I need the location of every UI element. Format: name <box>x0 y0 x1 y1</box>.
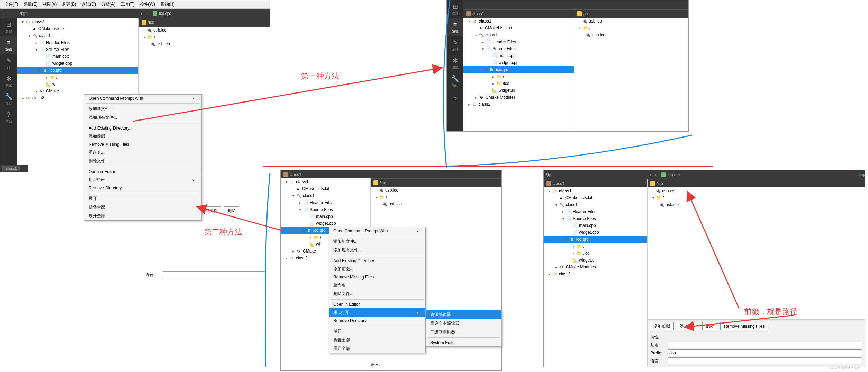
menu-widgets[interactable]: 控件(W) <box>137 1 157 8</box>
tree-slash-ico[interactable]: ▸📁/ico <box>463 80 574 87</box>
res-usb-ico[interactable]: 🔌usb.ico <box>371 187 501 194</box>
menu-tools[interactable]: 工具(T) <box>118 1 137 8</box>
cm2-expand[interactable]: 展开 <box>329 327 425 336</box>
tree-widget-cpp[interactable]: 📄widget.cpp <box>17 60 138 67</box>
cm-add-prefix[interactable]: 添加前缀... <box>84 132 201 141</box>
cm2-open-cmd[interactable]: Open Command Prompt With▸ <box>329 227 425 235</box>
cm2-collapse-all[interactable]: 折叠全部 <box>329 336 425 344</box>
sidebar-welcome[interactable]: ⊞欢迎 <box>447 0 463 18</box>
tree-class1-sub[interactable]: ▾🔨class1 <box>17 32 138 39</box>
sidebar-edit[interactable]: ≡编辑 <box>447 18 463 36</box>
prefix-input[interactable] <box>668 349 862 356</box>
tree-slash[interactable]: ▸📁/ <box>544 243 647 250</box>
sidebar-debug[interactable]: ✱调试 <box>0 72 17 90</box>
tree-ico-qrc[interactable]: ▾🗎ico.qrc <box>463 66 574 73</box>
sidebar-help[interactable]: ?帮助 <box>0 108 17 126</box>
crumb-class1[interactable]: class1 <box>281 171 304 178</box>
cm2-add-dir[interactable]: Add Existing Directory... <box>329 257 425 265</box>
sm-system-editor[interactable]: System Editor <box>426 339 501 346</box>
tree-ico-qrc[interactable]: ▾🗎ico.qrc <box>544 236 647 243</box>
lang-input[interactable] <box>163 271 266 278</box>
cm-add-existing[interactable]: 添加现有文件... <box>84 113 201 122</box>
sidebar-project[interactable]: 🔧项目 <box>447 72 463 90</box>
btn-add-file-partial[interactable]: 加文件 <box>201 206 221 215</box>
tree-cmakelists[interactable]: ▲CMakeLists.txt <box>463 25 574 32</box>
tree-class2[interactable]: ▸🗂class2 <box>544 271 647 277</box>
tree-class1-sub[interactable]: ▾🔨class1 <box>463 32 574 38</box>
tree-slash-ico[interactable]: ▸📁/ico <box>544 250 647 257</box>
crumb-ico[interactable]: /ico <box>139 19 157 26</box>
tree-cmakelists[interactable]: ▲CMakeLists.txt <box>17 25 138 32</box>
tree-sources[interactable]: ▾📄Source Files <box>463 45 574 52</box>
menu-view[interactable]: 视图(V) <box>40 1 60 8</box>
tree-ico-qrc[interactable]: ▾🗎ico.qrc <box>17 67 138 74</box>
sidebar-edit[interactable]: ≡编辑 <box>0 36 17 54</box>
cm2-open-with[interactable]: 用...打开▸ <box>329 308 425 317</box>
res-usb-ico[interactable]: 🔌usb.ico <box>574 18 688 25</box>
cm2-remove-missing[interactable]: Remove Missing Files <box>329 273 425 281</box>
cm2-rename[interactable]: 重命名... <box>329 281 425 290</box>
res-usb-ico2[interactable]: 🔌usb.ico <box>574 32 688 38</box>
sm-text-editor[interactable]: 普通文本编辑器 <box>426 319 501 328</box>
cm-open-editor[interactable]: Open in Editor <box>84 168 201 176</box>
tree-sources[interactable]: ▾📄Source Files <box>544 215 647 222</box>
cm2-open-editor[interactable]: Open in Editor <box>329 301 425 308</box>
tree-headers[interactable]: ▸📄Header Files <box>17 39 138 46</box>
res-usb-ico[interactable]: 🔌usb.ico <box>648 187 865 194</box>
cm-expand[interactable]: 展开 <box>84 194 201 203</box>
res-slash[interactable]: ▾📁/ <box>371 194 501 201</box>
tree-widget-cpp[interactable]: 📄widget.cpp <box>463 59 574 66</box>
tree-headers[interactable]: ▸📄Header Files <box>281 199 370 206</box>
tree-main-cpp[interactable]: 📄main.cpp <box>463 52 574 59</box>
menu-edit[interactable]: 编辑(E) <box>21 1 40 8</box>
tree-main-cpp[interactable]: 📄main.cpp <box>281 213 370 220</box>
tree-cmakelists[interactable]: ▲CMakeLists.txt <box>281 185 370 192</box>
nav-fwd-icon[interactable]: › <box>144 11 150 16</box>
tree-w[interactable]: 📐w <box>17 81 138 88</box>
crumb-file[interactable]: ico.qrc <box>659 172 682 178</box>
tree-widget-cpp[interactable]: 📄widget.cpp <box>544 229 647 236</box>
close-icon[interactable]: × <box>859 172 862 177</box>
cm2-remove-dir[interactable]: Remove Directory <box>329 317 425 325</box>
sidebar-project[interactable]: 🔧项目 <box>0 90 17 108</box>
nav-back-icon[interactable]: ‹ <box>648 172 653 177</box>
cm-add-new[interactable]: 添加新文件... <box>84 105 201 113</box>
tree-class1[interactable]: ▾🗂class1 <box>17 18 138 25</box>
crumb-file[interactable]: ico.qrc <box>150 10 174 17</box>
sm-binary-editor[interactable]: 二进制编辑器 <box>426 328 501 336</box>
sidebar-debug[interactable]: ✱调试 <box>447 54 463 72</box>
res-usb-ico2[interactable]: 🔌usb.ico <box>648 201 865 208</box>
cm-open-cmd[interactable]: Open Command Prompt With▸ <box>84 95 201 102</box>
alias-input[interactable] <box>668 342 862 348</box>
nav-fwd-icon[interactable]: › <box>653 172 659 177</box>
crumb-ico[interactable]: /ico <box>371 180 389 186</box>
cm-delete[interactable]: 删除文件... <box>84 157 201 166</box>
btn-add-prefix[interactable]: 添加前缀 <box>650 322 674 330</box>
btn-delete-partial[interactable]: 删除 <box>224 206 239 215</box>
tree-widget-ui[interactable]: 📐widget.ui <box>544 257 647 264</box>
tree-cmakelists[interactable]: ▲CMakeLists.txt <box>544 194 647 201</box>
cm2-add-prefix[interactable]: 添加前缀... <box>329 265 425 273</box>
menu-help[interactable]: 帮助(H) <box>158 1 178 8</box>
tree-cmake-mod[interactable]: ▸⚙CMake Modules <box>544 264 647 271</box>
tree-class1[interactable]: ▾🗂class1 <box>463 18 574 25</box>
crumb-ico[interactable]: /ico <box>648 180 666 187</box>
tree-class1-sub[interactable]: ▾🔨class1 <box>544 201 647 208</box>
tree-main-cpp[interactable]: 📄main.cpp <box>17 53 138 60</box>
tree-widget-cpp[interactable]: 📄widget.cpp <box>281 220 370 227</box>
res-slash[interactable]: ▾📁/ <box>648 194 865 201</box>
tree-cmake-mod[interactable]: ▸⚙CMake <box>17 88 138 95</box>
res-usb-ico2[interactable]: 🔌usb.ico <box>139 41 270 47</box>
crumb-class1[interactable]: class1 <box>544 180 567 187</box>
tab-class1[interactable]: class1 <box>2 166 20 171</box>
sidebar-welcome[interactable]: ⊞欢迎 <box>0 18 17 36</box>
cm-add-dir[interactable]: Add Existing Directory... <box>84 124 201 132</box>
menu-build[interactable]: 构建(B) <box>60 1 79 8</box>
cm-remove-missing[interactable]: Remove Missing Files <box>84 141 201 148</box>
crumb-ico[interactable]: /ico <box>574 11 593 17</box>
tree-slash[interactable]: ▸📁/ <box>17 74 138 81</box>
qt-icon[interactable]: ◆ <box>862 172 865 177</box>
tree-class1[interactable]: ▾🗂class1 <box>544 187 647 194</box>
cm-rename[interactable]: 重命名... <box>84 148 201 157</box>
cm2-delete[interactable]: 删除文件... <box>329 290 425 298</box>
